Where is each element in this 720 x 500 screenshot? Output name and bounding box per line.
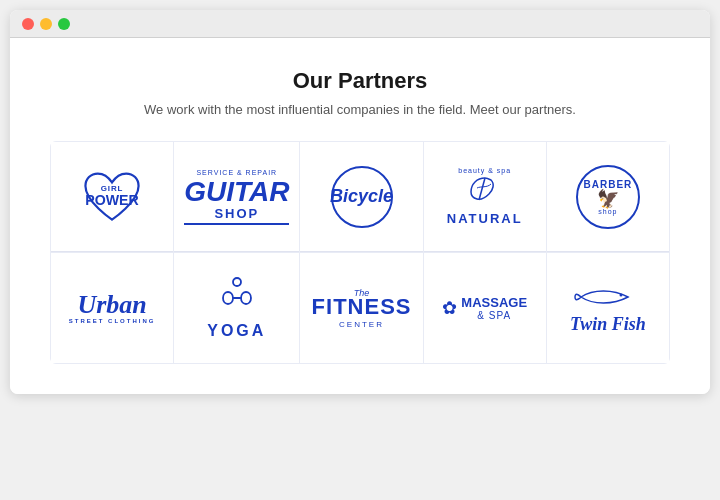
leaf-icon	[467, 174, 503, 211]
partners-grid: GIRL POWER SERVICE & REPAIR GUITAR SHOP	[50, 141, 670, 364]
natural-top-text: beauty & spa	[458, 167, 511, 174]
bicycle-logo: Bicycle	[331, 166, 393, 228]
eagle-icon: 🦅	[597, 190, 619, 208]
browser-window: Our Partners We work with the most influ…	[10, 10, 710, 394]
page-title: Our Partners	[50, 68, 670, 94]
partner-twin-fish: Twin Fish	[547, 253, 669, 363]
heart-icon: GIRL POWER	[81, 168, 143, 226]
partner-barber-shop: BARBER 🦅 shop	[547, 142, 669, 252]
massage-spa-logo: ✿ MASSAGE & SPA	[442, 295, 527, 321]
minimize-button[interactable]	[40, 18, 52, 30]
partner-yoga: YOGA	[174, 253, 299, 363]
urban-sub-text: STREET CLOTHING	[69, 318, 156, 324]
barber-shop-text: shop	[598, 208, 617, 215]
barber-shop-logo: BARBER 🦅 shop	[576, 165, 640, 229]
page-subtitle: We work with the most influential compan…	[50, 102, 670, 117]
svg-point-2	[233, 278, 241, 286]
partner-urban: Urban STREET CLOTHING	[51, 253, 173, 363]
yoga-main-text: YOGA	[207, 322, 266, 340]
close-button[interactable]	[22, 18, 34, 30]
guitar-underline	[184, 223, 289, 225]
bicycle-text: Bicycle	[330, 186, 393, 207]
yoga-logo: YOGA	[207, 276, 266, 340]
center-text: CENTER	[339, 320, 384, 329]
urban-main-text: Urban	[77, 292, 146, 318]
guitar-shop-text: SHOP	[214, 206, 259, 221]
natural-logo: beauty & spa NATURAL	[447, 167, 523, 226]
spa-icon: ✿	[442, 297, 457, 319]
partner-girl-power: GIRL POWER	[51, 142, 173, 252]
fish-icon	[573, 283, 643, 315]
bicycle-circle: Bicycle	[331, 166, 393, 228]
partner-fitness-center: The FITNESS CENTER	[300, 253, 422, 363]
maximize-button[interactable]	[58, 18, 70, 30]
massage-icon-row: ✿ MASSAGE & SPA	[442, 295, 527, 321]
partner-guitar-shop: SERVICE & REPAIR GUITAR SHOP	[174, 142, 299, 252]
svg-text:POWER: POWER	[85, 192, 138, 208]
girl-power-logo: GIRL POWER	[81, 168, 143, 226]
guitar-main-text: GUITAR	[184, 178, 289, 206]
barber-main-text: BARBER	[584, 179, 633, 190]
yoga-circles-icon	[211, 276, 263, 318]
fitness-main-text: FITNESS	[312, 296, 412, 318]
guitar-service-text: SERVICE & REPAIR	[196, 169, 277, 176]
fitness-center-logo: The FITNESS CENTER	[312, 288, 412, 329]
massage-spa-text: & SPA	[461, 310, 527, 321]
titlebar	[10, 10, 710, 38]
page-content: Our Partners We work with the most influ…	[10, 38, 710, 394]
partner-massage-spa: ✿ MASSAGE & SPA	[424, 253, 546, 363]
twin-fish-logo: Twin Fish	[570, 283, 646, 333]
massage-main-text: MASSAGE	[461, 295, 527, 310]
guitar-shop-logo: SERVICE & REPAIR GUITAR SHOP	[184, 169, 289, 225]
urban-logo: Urban STREET CLOTHING	[69, 292, 156, 324]
natural-main-text: NATURAL	[447, 211, 523, 226]
svg-point-4	[619, 294, 622, 297]
partner-bicycle: Bicycle	[300, 142, 422, 252]
twin-fish-text: Twin Fish	[570, 315, 646, 333]
partner-natural: beauty & spa NATURAL	[424, 142, 546, 252]
barber-circle: BARBER 🦅 shop	[576, 165, 640, 229]
